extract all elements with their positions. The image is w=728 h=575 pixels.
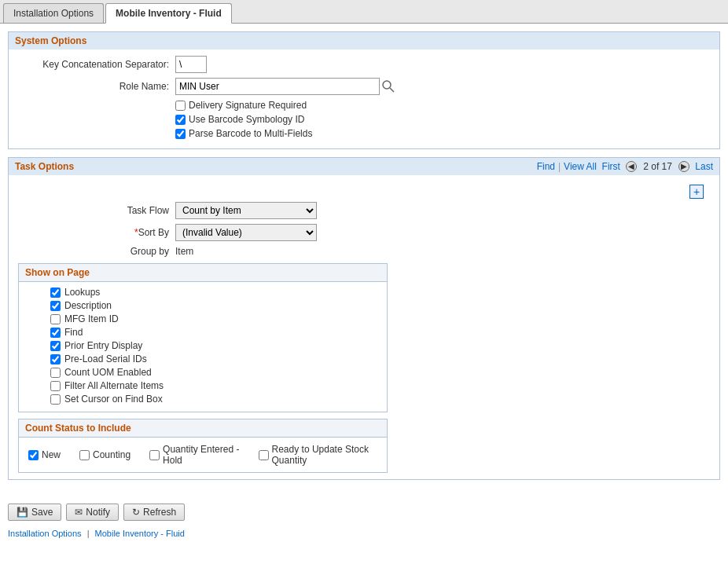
delivery-sig-row: Delivery Signature Required	[175, 100, 710, 111]
role-name-label: Role Name:	[18, 81, 175, 92]
add-row-container: +	[18, 181, 710, 202]
mfg-item-id-row: MFG Item ID	[50, 313, 371, 324]
count-status-section: Count Status to Include New Counting	[18, 419, 388, 473]
task-options-title: Task Options	[15, 161, 74, 172]
prior-entry-row: Prior Entry Display	[50, 340, 371, 351]
barcode-sym-checkbox[interactable]	[175, 115, 186, 125]
preload-serial-checkbox[interactable]	[50, 354, 61, 364]
description-label: Description	[64, 300, 112, 311]
footer-installation-options-link[interactable]: Installation Options	[8, 529, 82, 538]
tab-mobile-inventory-fluid[interactable]: Mobile Inventory - Fluid	[105, 3, 232, 24]
tab-installation-options[interactable]: Installation Options	[3, 3, 104, 23]
sort-by-row: *Sort By (Invalid Value) Item Descriptio…	[18, 224, 710, 241]
qty-entered-checkbox[interactable]	[149, 450, 160, 460]
key-concat-row: Key Concatenation Separator:	[18, 56, 710, 73]
key-concat-input[interactable]	[175, 56, 207, 73]
set-cursor-row: Set Cursor on Find Box	[50, 394, 371, 405]
count-status-header: Count Status to Include	[19, 419, 387, 438]
count-uom-checkbox[interactable]	[50, 368, 61, 378]
lookups-row: Lookups	[50, 287, 371, 298]
prev-arrow[interactable]: ◀	[626, 161, 637, 172]
mfg-item-id-label: MFG Item ID	[64, 313, 119, 324]
main-content: System Options Key Concatenation Separat…	[0, 24, 728, 496]
qty-entered-label: Quantity Entered - Hold	[163, 444, 239, 466]
parse-barcode-label: Parse Barcode to Multi-Fields	[189, 128, 312, 139]
notify-label: Notify	[86, 507, 110, 518]
task-flow-select[interactable]: Count by Item Count by Location Count by…	[175, 202, 317, 219]
new-count-checkbox[interactable]	[28, 450, 39, 460]
ready-update-checkbox[interactable]	[259, 450, 269, 460]
task-nav: Find | View All First ◀ 2 of 17 ▶ Last	[537, 161, 713, 172]
save-label: Save	[31, 507, 53, 518]
ready-update-row: Ready to Update Stock Quantity	[259, 444, 377, 466]
find-label: Find	[64, 327, 83, 338]
key-concat-label: Key Concatenation Separator:	[18, 59, 175, 70]
system-options-header: System Options	[9, 32, 719, 49]
counting-checkbox[interactable]	[79, 450, 90, 460]
footer-links: Installation Options | Mobile Inventory …	[0, 526, 728, 541]
first-link[interactable]: First	[602, 161, 620, 172]
delivery-sig-label: Delivery Signature Required	[189, 100, 307, 111]
delivery-sig-checkbox[interactable]	[175, 101, 186, 111]
find-link[interactable]: Find	[537, 161, 555, 172]
group-by-label: Group by	[18, 246, 175, 257]
tab-bar: Installation Options Mobile Inventory - …	[0, 0, 728, 24]
system-options-section: System Options Key Concatenation Separat…	[8, 31, 720, 149]
barcode-sym-label: Use Barcode Symbology ID	[189, 114, 304, 125]
show-on-page-checkboxes: Lookups Description MFG Item ID	[50, 287, 371, 405]
count-status-body: New Counting Quantity Entered - Hold	[19, 438, 387, 472]
role-name-row: Role Name:	[18, 78, 710, 95]
lookups-label: Lookups	[64, 287, 100, 298]
refresh-label: Refresh	[143, 507, 176, 518]
save-icon: 💾	[17, 507, 28, 518]
role-name-input[interactable]	[175, 78, 380, 95]
task-options-section: Task Options Find | View All First ◀ 2 o…	[8, 157, 720, 480]
new-count-row: New	[28, 449, 61, 460]
description-row: Description	[50, 300, 371, 311]
footer-separator: |	[87, 529, 90, 538]
task-options-header: Task Options Find | View All First ◀ 2 o…	[9, 158, 719, 175]
button-bar: 💾 Save ✉ Notify ↻ Refresh	[8, 504, 720, 521]
notify-icon: ✉	[75, 507, 83, 518]
filter-alt-checkbox[interactable]	[50, 381, 61, 391]
barcode-sym-row: Use Barcode Symbology ID	[175, 114, 710, 125]
prior-entry-checkbox[interactable]	[50, 341, 61, 351]
svg-point-0	[383, 81, 391, 89]
count-uom-row: Count UOM Enabled	[50, 367, 371, 378]
view-all-link[interactable]: View All	[564, 161, 597, 172]
preload-serial-label: Pre-Load Serial IDs	[64, 353, 147, 364]
qty-entered-row: Quantity Entered - Hold	[149, 444, 239, 466]
last-link[interactable]: Last	[695, 161, 713, 172]
role-name-search-icon[interactable]	[381, 79, 395, 93]
save-button[interactable]: 💾 Save	[8, 504, 61, 521]
count-uom-label: Count UOM Enabled	[64, 367, 152, 378]
parse-barcode-checkbox[interactable]	[175, 129, 186, 139]
show-on-page-section: Show on Page Lookups Description	[18, 263, 388, 412]
task-flow-row: Task Flow Count by Item Count by Locatio…	[18, 202, 710, 219]
counting-row: Counting	[79, 449, 131, 460]
sort-by-select[interactable]: (Invalid Value) Item Description	[175, 224, 317, 241]
next-arrow[interactable]: ▶	[678, 161, 689, 172]
sort-by-label: *Sort By	[18, 227, 175, 238]
group-by-row: Group by Item	[18, 246, 710, 257]
add-row-button[interactable]: +	[689, 185, 704, 199]
find-row: Find	[50, 327, 371, 338]
set-cursor-label: Set Cursor on Find Box	[64, 394, 163, 405]
lookups-checkbox[interactable]	[50, 288, 61, 298]
counting-label: Counting	[93, 449, 131, 460]
mfg-item-id-checkbox[interactable]	[50, 314, 61, 324]
notify-button[interactable]: ✉ Notify	[66, 504, 119, 521]
footer-mobile-inventory-link[interactable]: Mobile Inventory - Fluid	[95, 529, 185, 538]
svg-line-1	[390, 88, 394, 92]
description-checkbox[interactable]	[50, 301, 61, 311]
show-on-page-header: Show on Page	[19, 264, 387, 282]
system-options-body: Key Concatenation Separator: Role Name: …	[9, 49, 719, 148]
find-checkbox[interactable]	[50, 328, 61, 338]
filter-alt-row: Filter All Alternate Items	[50, 380, 371, 391]
parse-barcode-row: Parse Barcode to Multi-Fields	[175, 128, 710, 139]
preload-serial-row: Pre-Load Serial IDs	[50, 353, 371, 364]
refresh-button[interactable]: ↻ Refresh	[123, 504, 185, 521]
show-on-page-body: Lookups Description MFG Item ID	[19, 282, 387, 412]
refresh-icon: ↻	[132, 507, 140, 518]
set-cursor-checkbox[interactable]	[50, 394, 61, 405]
